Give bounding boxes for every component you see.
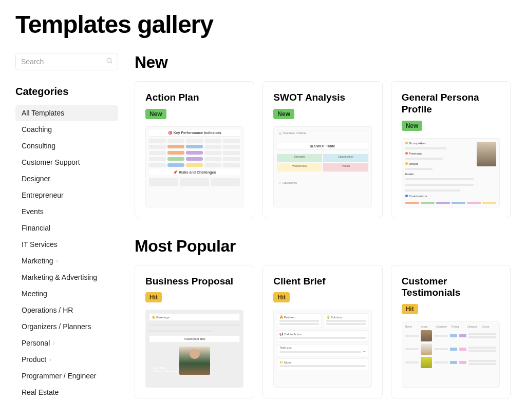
- template-preview: ☑Success Criteria ⊞ SWOT Table Strengths…: [273, 126, 371, 207]
- preview-label: ☑Success Criteria: [277, 130, 368, 136]
- section-popular: Most Popular Business ProposalHit 👋 Gree…: [135, 237, 511, 398]
- category-item[interactable]: Consulting: [15, 138, 118, 154]
- preview-header: ⊞ SWOT Table: [277, 143, 368, 150]
- category-item[interactable]: Financial: [15, 220, 118, 236]
- category-item[interactable]: Programmer / Engineer: [15, 368, 118, 384]
- page-title: Templates gallery: [15, 10, 511, 39]
- swot-cell: Threats: [323, 163, 368, 171]
- preview-label: 🔥 Problem: [277, 313, 322, 328]
- card-title: Client Brief: [273, 276, 371, 288]
- category-label: Financial: [22, 224, 50, 232]
- preview-label: Conclusions: [405, 195, 496, 198]
- sidebar: Categories All TemplatesCoachingConsulti…: [15, 53, 118, 417]
- category-item[interactable]: Events: [15, 203, 118, 220]
- card-row-new: Action PlanNew 🎯 Key Performance Indicat…: [135, 81, 511, 218]
- category-item[interactable]: Marketing›: [15, 253, 118, 269]
- swot-cell: Weaknesses: [277, 163, 322, 171]
- col-header: Category: [467, 325, 481, 328]
- category-item[interactable]: Customer Support: [15, 154, 118, 170]
- card-title: SWOT Analysis: [273, 92, 371, 104]
- template-card[interactable]: General Persona ProfileNew Occupation Pr…: [391, 81, 511, 218]
- template-card[interactable]: Action PlanNew 🎯 Key Performance Indicat…: [135, 81, 254, 218]
- preview-label: ○Objectives: [277, 180, 368, 185]
- col-header: Quote: [482, 325, 496, 328]
- category-label: Real Estate: [22, 388, 59, 396]
- category-label: Entrepreneur: [22, 191, 64, 199]
- card-title: Business Proposal: [145, 276, 243, 288]
- section-heading-new: New: [135, 53, 511, 72]
- preview-label: Previous: [405, 152, 474, 155]
- main-content: New Action PlanNew 🎯 Key Performance Ind…: [135, 53, 511, 417]
- template-card[interactable]: SWOT AnalysisNew ☑Success Criteria ⊞ SWO…: [262, 81, 382, 218]
- preview-label: 📁 More: [277, 358, 368, 370]
- category-item[interactable]: Coaching: [15, 121, 118, 138]
- swot-cell: Opportunities: [323, 154, 368, 162]
- template-preview: 🎯 Key Performance Indicators 📌 Risks and…: [145, 126, 243, 207]
- template-card[interactable]: Business ProposalHit 👋 Greetings FOUNDER…: [135, 265, 254, 398]
- preview-label: FOUNDER BIO: [149, 335, 240, 342]
- category-label: Meeting: [22, 290, 47, 298]
- preview-label: Occupation: [405, 142, 474, 145]
- category-item[interactable]: Personal›: [15, 335, 118, 351]
- category-label: Consulting: [22, 142, 55, 150]
- preview-label: Goals: [405, 173, 474, 176]
- category-label: Marketing & Advertising: [22, 273, 97, 281]
- category-label: Personal: [22, 339, 50, 347]
- swot-cell: Strengths: [277, 154, 322, 162]
- chevron-right-icon: ›: [53, 340, 54, 346]
- col-header: Rating: [452, 325, 465, 328]
- category-item[interactable]: Product›: [15, 351, 118, 368]
- category-item[interactable]: Real Estate: [15, 384, 118, 400]
- category-label: Customer Support: [22, 158, 80, 166]
- col-header: Image: [421, 325, 435, 328]
- category-item[interactable]: Entrepreneur: [15, 187, 118, 203]
- status-badge: Hit: [402, 304, 418, 314]
- layout: Categories All TemplatesCoachingConsulti…: [15, 53, 511, 417]
- category-label: Designer: [22, 175, 50, 183]
- category-label: All Templates: [22, 109, 64, 117]
- template-preview: 🔥 Problem 💡 Solution 📢 Call to Action Ta…: [273, 310, 371, 387]
- category-item[interactable]: Meeting: [15, 285, 118, 302]
- category-item[interactable]: Marketing & Advertising: [15, 269, 118, 285]
- category-label: Product: [22, 355, 46, 364]
- avatar-placeholder: [421, 330, 432, 341]
- status-badge: New: [273, 109, 294, 119]
- status-badge: Hit: [145, 292, 162, 302]
- preview-label: 👋 Greetings: [149, 313, 240, 321]
- categories-heading: Categories: [15, 86, 118, 98]
- card-title: Action Plan: [145, 92, 243, 104]
- section-heading-popular: Most Popular: [135, 237, 511, 256]
- category-label: Operations / HR: [22, 306, 73, 314]
- template-preview: Occupation Previous Origin Goals Conclus…: [402, 138, 500, 207]
- preview-label: 📢 Call to Action: [277, 330, 368, 342]
- col-header: Name: [405, 325, 419, 328]
- category-item[interactable]: IT Services: [15, 236, 118, 253]
- category-item[interactable]: Operations / HR: [15, 302, 118, 318]
- status-badge: Hit: [273, 292, 290, 302]
- template-card[interactable]: Client BriefHit 🔥 Problem 💡 Solution 📢 C…: [262, 265, 382, 398]
- chevron-right-icon: ›: [49, 357, 51, 362]
- avatar-placeholder: [421, 343, 432, 355]
- preview-sub: 📌 Risks and Challenges: [149, 169, 240, 176]
- template-preview: 👋 Greetings FOUNDER BIO Paul Sher CEO an…: [145, 310, 243, 387]
- template-card[interactable]: Customer TestimonialsHit NameImageCompan…: [391, 265, 511, 398]
- section-new: New Action PlanNew 🎯 Key Performance Ind…: [135, 53, 511, 218]
- status-badge: New: [402, 121, 423, 131]
- avatar-placeholder: [477, 142, 496, 166]
- category-label: Coaching: [22, 125, 52, 133]
- col-header: Company: [436, 325, 450, 328]
- category-label: IT Services: [22, 240, 58, 249]
- category-list: All TemplatesCoachingConsultingCustomer …: [15, 105, 118, 400]
- card-row-popular: Business ProposalHit 👋 Greetings FOUNDER…: [135, 265, 511, 398]
- category-item[interactable]: Designer: [15, 170, 118, 187]
- category-item[interactable]: All Templates: [15, 105, 118, 121]
- search-wrapper: [15, 53, 118, 70]
- search-input[interactable]: [15, 53, 118, 70]
- preview-label: 💡 Solution: [324, 313, 368, 328]
- category-label: Organizers / Planners: [22, 322, 91, 331]
- template-preview: NameImageCompanyRatingCategoryQuote: [402, 321, 500, 387]
- card-title: Customer Testimonials: [402, 276, 500, 299]
- category-label: Marketing: [22, 257, 53, 265]
- category-item[interactable]: Organizers / Planners: [15, 318, 118, 335]
- avatar-placeholder: [179, 347, 210, 375]
